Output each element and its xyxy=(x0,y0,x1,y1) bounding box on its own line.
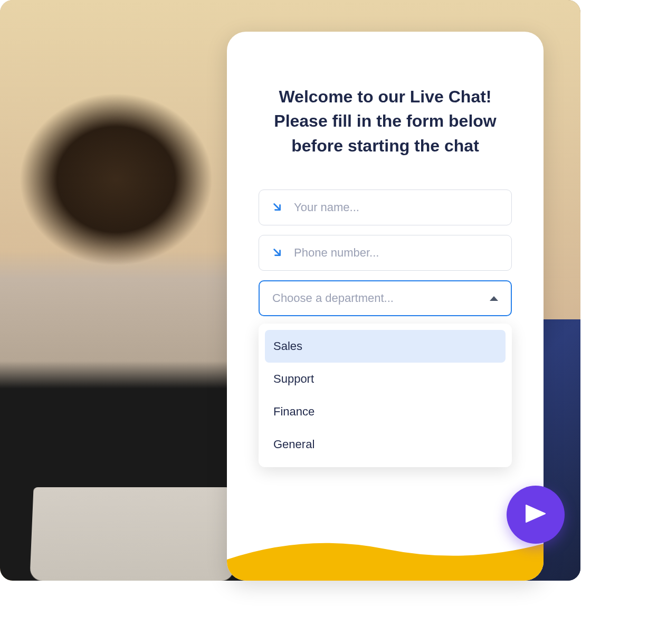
dropdown-item-support[interactable]: Support xyxy=(265,363,506,395)
svg-line-0 xyxy=(274,204,280,210)
name-input[interactable]: Your name... xyxy=(259,190,512,225)
dropdown-item-finance[interactable]: Finance xyxy=(265,395,506,428)
dropdown-item-general[interactable]: General xyxy=(265,428,506,461)
wave-decoration xyxy=(227,528,544,581)
send-button[interactable] xyxy=(507,486,565,544)
form-container: Your name... Phone number... Choose a de… xyxy=(227,190,544,467)
dropdown-item-sales[interactable]: Sales xyxy=(265,330,506,363)
laptop-photo xyxy=(30,487,234,581)
phone-input[interactable]: Phone number... xyxy=(259,235,512,271)
send-icon xyxy=(523,501,548,528)
department-select[interactable]: Choose a department... xyxy=(259,280,512,316)
svg-line-1 xyxy=(274,250,280,255)
arrow-down-right-icon xyxy=(272,202,283,213)
chevron-up-icon xyxy=(490,296,498,301)
arrow-down-right-icon xyxy=(272,247,283,259)
department-placeholder: Choose a department... xyxy=(272,291,394,305)
chat-form-card: Welcome to our Live Chat! Please fill in… xyxy=(227,32,544,581)
phone-placeholder: Phone number... xyxy=(294,246,499,260)
chat-header: Welcome to our Live Chat! Please fill in… xyxy=(227,32,544,190)
department-dropdown: Sales Support Finance General xyxy=(259,324,512,467)
chat-title: Welcome to our Live Chat! Please fill in… xyxy=(259,84,512,158)
name-placeholder: Your name... xyxy=(294,201,499,214)
